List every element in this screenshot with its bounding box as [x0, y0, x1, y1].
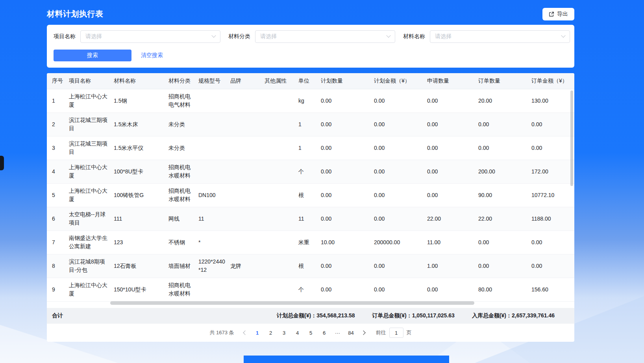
table-cell: 22.00 [478, 207, 531, 230]
column-header: 材料名称 [114, 73, 168, 89]
summary-item-value: 1,050,117,025.63 [412, 312, 455, 319]
table-cell: 1220*2440*12 [198, 254, 230, 278]
table-cell [198, 136, 230, 160]
summary-item-value: 2,657,339,761.46 [512, 312, 555, 319]
page-number-6[interactable]: 6 [318, 327, 330, 338]
table-cell: 11.00 [427, 230, 478, 254]
table-cell: 10772.10 [531, 183, 574, 207]
table-cell: 0.00 [374, 278, 427, 301]
summary-total-label: 合计 [52, 312, 63, 319]
material-name-select[interactable]: 请选择 [430, 30, 570, 43]
table-cell: 0.00 [321, 207, 374, 230]
table-cell: 0.00 [321, 112, 374, 136]
table-cell: 200.00 [478, 160, 531, 183]
table-cell: 龙牌 [230, 254, 265, 278]
summary-item: 订单总金额(¥)：1,050,117,025.63 [372, 312, 455, 319]
column-header: 单位 [298, 73, 321, 89]
table-cell: kg [298, 89, 321, 112]
project-name-filter: 项目名称请选择 [54, 30, 220, 43]
table-cell: 0.00 [427, 183, 478, 207]
table-cell: 0.00 [374, 89, 427, 112]
column-header: 序号 [47, 73, 69, 89]
table-cell: 0.00 [321, 136, 374, 160]
table-row: 5上海松江中心大厦100铸铁管G招商机电水暖材料DN100根0.000.000.… [47, 183, 574, 207]
table-row: 7南钢盛达大学生公寓新建123不锈钢*米重10.00200000.0011.00… [47, 230, 574, 254]
table-cell: 1.5米水平仪 [114, 136, 168, 160]
top-bar: 材料计划执行表 导出 [47, 0, 574, 20]
table-cell: 0.00 [427, 278, 478, 301]
table-cell: 0.00 [478, 230, 531, 254]
summary-item-value: 354,568,213.58 [316, 312, 355, 319]
column-header: 其他属性 [265, 73, 298, 89]
table-row: 6太空电梯--月球项目111网线11110.000.0022.0022.0011… [47, 207, 574, 230]
table-cell [265, 254, 298, 278]
export-button[interactable]: 导出 [542, 8, 574, 20]
table-cell: 1.5米木床 [114, 112, 168, 136]
material-category-filter: 材料分类请选择 [228, 30, 395, 43]
page-number-4[interactable]: 4 [292, 327, 303, 338]
material-category-select[interactable]: 请选择 [255, 30, 395, 43]
table-cell: 0.00 [374, 160, 427, 183]
table-row: 8滨江花城8期项目-分包12石膏板墙面辅材1220*2440*12龙牌根0.00… [47, 254, 574, 278]
search-button[interactable]: 搜索 [54, 50, 131, 61]
drawer-handle[interactable] [0, 156, 4, 170]
next-page-button[interactable] [358, 327, 369, 338]
vertical-scrollbar[interactable] [570, 90, 573, 186]
table-cell: 1188.00 [531, 207, 574, 230]
material-name-placeholder: 请选择 [435, 33, 452, 40]
table-row: 1上海松江中心大厦1.5钢招商机电电气材料kg0.000.000.0020.00… [47, 89, 574, 112]
materials-table: 序号项目名称材料名称材料分类规格型号品牌其他属性单位计划数量计划金额（¥）申请数… [47, 73, 574, 302]
goto-page-label: 前往 [376, 329, 386, 336]
prev-page-button[interactable] [240, 327, 251, 338]
table-cell [230, 89, 265, 112]
table-cell: 10.00 [321, 230, 374, 254]
table-cell: 米重 [298, 230, 321, 254]
chevron-left-icon [243, 330, 247, 335]
table-cell: 0.00 [531, 230, 574, 254]
table-cell: 1.00 [427, 254, 478, 278]
page-ellipsis[interactable]: ··· [332, 327, 344, 338]
table-cell: 南钢盛达大学生公寓新建 [69, 230, 114, 254]
column-header: 订单金额（¥） [531, 73, 574, 89]
table-header-row: 序号项目名称材料名称材料分类规格型号品牌其他属性单位计划数量计划金额（¥）申请数… [47, 73, 574, 89]
table-cell: 0.00 [478, 254, 531, 278]
table-cell: 0.00 [427, 112, 478, 136]
clear-search-link[interactable]: 清空搜索 [141, 52, 163, 59]
table-cell: 11 [298, 207, 321, 230]
page-number-1[interactable]: 1 [252, 327, 263, 338]
chevron-down-icon [386, 33, 390, 38]
table-cell: 个 [298, 278, 321, 301]
table-cell: 0.00 [427, 160, 478, 183]
filter-panel: 项目名称请选择材料分类请选择材料名称请选择 搜索 清空搜索 [47, 25, 574, 68]
table-cell: 0.00 [321, 160, 374, 183]
column-header: 项目名称 [69, 73, 114, 89]
column-header: 申请数量 [427, 73, 478, 89]
table-cell [198, 278, 230, 301]
table-cell: 20.00 [478, 89, 531, 112]
summary-item: 入库总金额(¥)：2,657,339,761.46 [472, 312, 555, 319]
table-card: 序号项目名称材料名称材料分类规格型号品牌其他属性单位计划数量计划金额（¥）申请数… [47, 73, 574, 342]
table-cell: 150*10U型卡 [114, 278, 168, 301]
project-name-select[interactable]: 请选择 [80, 30, 220, 43]
page-number-2[interactable]: 2 [265, 327, 277, 338]
table-cell: 2 [47, 112, 69, 136]
table-cell: 0.00 [427, 89, 478, 112]
project-name-placeholder: 请选择 [85, 33, 102, 40]
table-cell: * [198, 230, 230, 254]
page-number-3[interactable]: 3 [278, 327, 290, 338]
table-cell: 未分类 [168, 112, 198, 136]
summary-items: 计划总金额(¥)：354,568,213.58订单总金额(¥)：1,050,11… [277, 312, 555, 319]
table-cell: 根 [298, 254, 321, 278]
page-number-5[interactable]: 5 [305, 327, 317, 338]
horizontal-scrollbar[interactable] [110, 301, 474, 305]
chevron-down-icon [561, 33, 565, 38]
table-cell [230, 230, 265, 254]
material-category-label: 材料分类 [228, 33, 250, 40]
table-cell [230, 183, 265, 207]
table-cell: 网线 [168, 207, 198, 230]
total-count: 共 1673 条 [209, 329, 234, 336]
table-cell: 不锈钢 [168, 230, 198, 254]
page-number-84[interactable]: 84 [345, 327, 357, 338]
table-cell: 6 [47, 207, 69, 230]
goto-page-input[interactable] [389, 328, 403, 338]
